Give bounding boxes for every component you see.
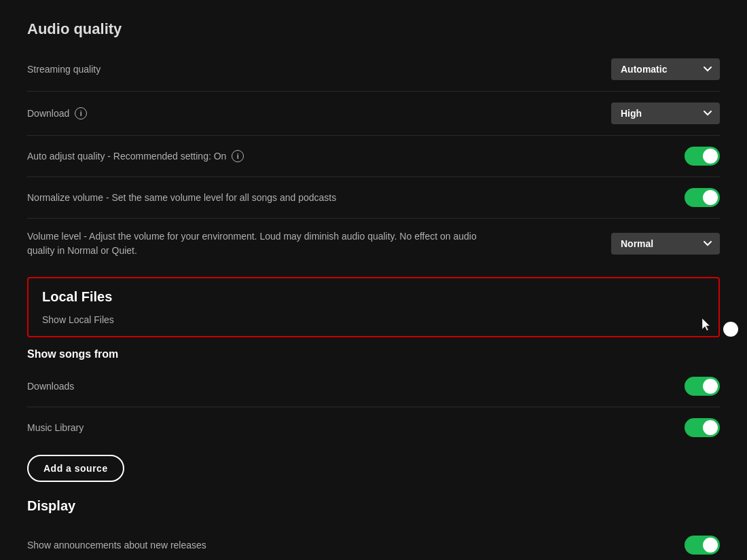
- auto-adjust-toggle[interactable]: [685, 147, 720, 166]
- music-library-label: Music Library: [27, 422, 685, 433]
- music-library-row: Music Library: [27, 410, 720, 445]
- downloads-row: Downloads: [27, 369, 720, 404]
- show-local-files-label: Show Local Files: [42, 314, 705, 325]
- show-announcements-label: Show announcements about new releases: [27, 540, 685, 550]
- auto-adjust-info-icon[interactable]: i: [232, 150, 244, 162]
- download-quality-select[interactable]: Very High High Normal Low: [611, 102, 720, 124]
- auto-adjust-row: Auto adjust quality - Recommended settin…: [27, 138, 720, 174]
- show-announcements-toggle[interactable]: [685, 536, 720, 555]
- section-title-audio-quality: Audio quality: [27, 20, 720, 38]
- auto-adjust-label: Auto adjust quality - Recommended settin…: [27, 150, 685, 162]
- downloads-label: Downloads: [27, 381, 685, 392]
- volume-level-row: Volume level - Adjust the volume for you…: [27, 221, 720, 266]
- normalize-volume-row: Normalize volume - Set the same volume l…: [27, 180, 720, 215]
- volume-level-label: Volume level - Adjust the volume for you…: [27, 229, 489, 258]
- downloads-toggle[interactable]: [685, 377, 720, 396]
- local-files-section: Local Files Show Local Files: [27, 277, 720, 337]
- download-quality-row: Download i Very High High Normal Low: [27, 94, 720, 132]
- show-songs-from-title: Show songs from: [27, 348, 720, 360]
- normalize-volume-toggle[interactable]: [685, 188, 720, 207]
- streaming-quality-row: Streaming quality Automatic Very High Hi…: [27, 50, 720, 88]
- normalize-volume-label: Normalize volume - Set the same volume l…: [27, 192, 685, 203]
- download-info-icon[interactable]: i: [75, 107, 87, 119]
- streaming-quality-label: Streaming quality: [27, 64, 611, 75]
- display-section-title: Display: [27, 498, 720, 514]
- add-source-button[interactable]: Add a source: [27, 455, 124, 482]
- show-announcements-row: Show announcements about new releases: [27, 527, 720, 560]
- download-quality-label: Download i: [27, 107, 611, 119]
- local-files-title: Local Files: [42, 289, 705, 305]
- show-local-files-row: Show Local Files: [42, 314, 705, 325]
- streaming-quality-select[interactable]: Automatic Very High High Normal Low: [611, 58, 720, 80]
- volume-level-select[interactable]: Loud Normal Quiet: [611, 233, 720, 255]
- music-library-toggle[interactable]: [685, 418, 720, 437]
